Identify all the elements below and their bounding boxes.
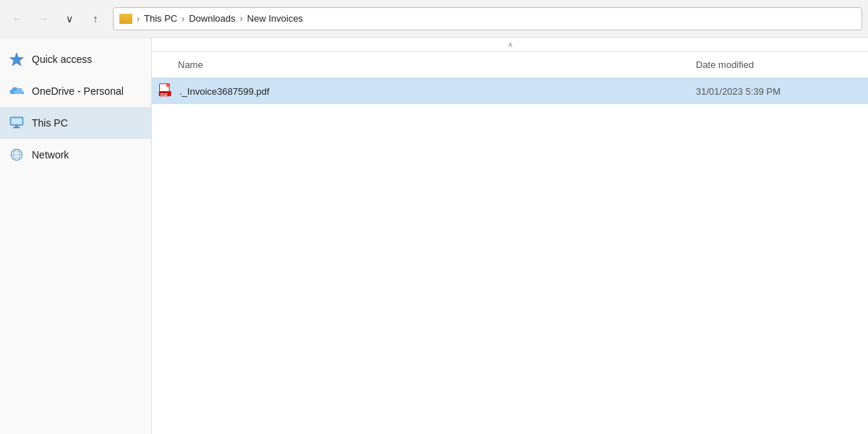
breadcrumb-sep-0: ›: [137, 14, 140, 24]
svg-rect-2: [12, 118, 22, 124]
sidebar-item-this-pc[interactable]: This PC: [0, 107, 151, 139]
svg-rect-4: [13, 127, 20, 129]
toolbar: ← → ∨ ↑ › This PC › Downloads › New Invo…: [0, 0, 868, 38]
back-button[interactable]: ←: [6, 7, 29, 30]
thispc-icon: [9, 115, 25, 131]
sidebar-label-this-pc: This PC: [32, 117, 68, 129]
svg-marker-0: [10, 53, 24, 66]
breadcrumb-sep-1: ›: [182, 14, 184, 24]
sidebar-item-network[interactable]: Network: [0, 139, 151, 171]
file-list: PDF ._Invoice3687599.pdf 31/01/2023 5:39…: [152, 78, 868, 434]
column-name-header[interactable]: Name: [158, 59, 696, 70]
file-name-cell: PDF ._Invoice3687599.pdf: [158, 83, 696, 99]
sidebar-item-onedrive[interactable]: OneDrive - Personal: [0, 75, 151, 107]
network-icon: [9, 147, 25, 163]
onedrive-icon: [9, 83, 25, 99]
column-headers: Name Date modified: [152, 52, 868, 78]
forward-button[interactable]: →: [32, 7, 55, 30]
pdf-icon: PDF: [158, 83, 174, 99]
star-icon: [9, 51, 25, 67]
breadcrumb-bar: › This PC › Downloads › New Invoices: [113, 7, 862, 30]
up-arrow-bar: ∧: [152, 38, 868, 52]
file-date: 31/01/2023 5:39 PM: [696, 86, 862, 97]
sidebar-item-quick-access[interactable]: Quick access: [0, 43, 151, 75]
table-row[interactable]: PDF ._Invoice3687599.pdf 31/01/2023 5:39…: [152, 78, 868, 104]
up-button[interactable]: ↑: [84, 7, 107, 30]
file-name: ._Invoice3687599.pdf: [179, 86, 269, 97]
column-date-header[interactable]: Date modified: [696, 59, 862, 70]
svg-text:PDF: PDF: [161, 93, 168, 97]
breadcrumb-this-pc[interactable]: This PC: [144, 13, 177, 24]
svg-point-10: [11, 149, 22, 160]
up-arrow-icon[interactable]: ∧: [508, 41, 513, 48]
sidebar-label-onedrive: OneDrive - Personal: [32, 85, 124, 97]
sidebar-label-quick-access: Quick access: [32, 54, 92, 65]
breadcrumb-downloads[interactable]: Downloads: [189, 13, 235, 24]
svg-rect-3: [15, 125, 19, 127]
folder-icon: [119, 14, 132, 24]
breadcrumb-new-invoices[interactable]: New Invoices: [247, 13, 303, 24]
main-area: Quick access OneDrive - Personal: [0, 38, 868, 434]
content-area: ∧ Name Date modified: [152, 38, 868, 434]
sidebar-label-network: Network: [32, 149, 69, 161]
sidebar: Quick access OneDrive - Personal: [0, 38, 152, 434]
dropdown-button[interactable]: ∨: [58, 7, 81, 30]
breadcrumb-sep-2: ›: [240, 14, 243, 24]
